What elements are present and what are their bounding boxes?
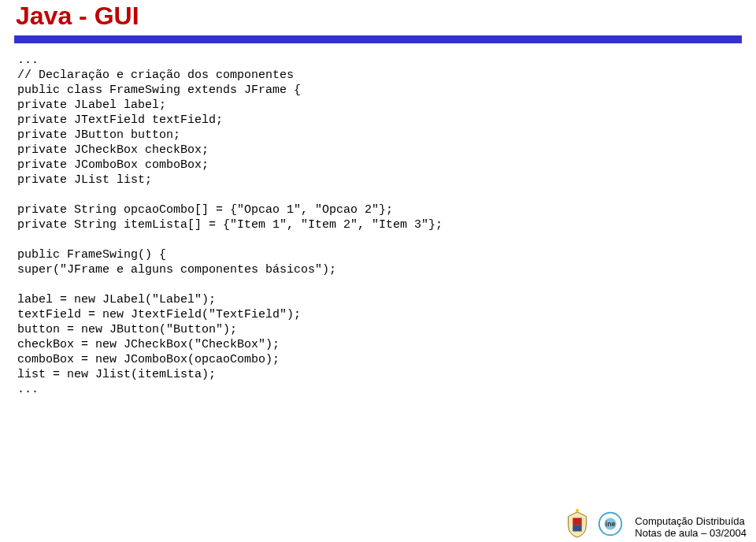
code-line: list = new Jlist(itemLista);	[17, 368, 216, 381]
header-bar	[14, 35, 742, 43]
footer: ine Computação Distribuída Notas de aula…	[562, 509, 747, 539]
code-line: private JButton button;	[17, 128, 180, 142]
code-line: private JComboBox comboBox;	[17, 158, 209, 172]
code-line: private String itemLista[] = {"Item 1", …	[17, 218, 443, 232]
page-title: Java - GUI	[16, 0, 740, 31]
code-line: ...	[17, 383, 39, 396]
code-line: // Declaração e criação dos componentes	[17, 69, 294, 82]
code-line: public class FrameSwing extends JFrame {	[17, 84, 301, 97]
code-line: private JTextField textField;	[17, 113, 223, 127]
code-line: button = new JButton("Button");	[17, 323, 237, 336]
code-line: textField = new JtextField("TextField");	[17, 308, 301, 321]
footer-logos: ine	[562, 509, 628, 539]
code-line: label = new JLabel("Label");	[17, 293, 216, 306]
svg-text:ine: ine	[606, 520, 616, 528]
code-line: checkBox = new JCheckBox("CheckBox");	[17, 338, 280, 351]
footer-line2: Notas de aula – 03/2004	[635, 527, 747, 539]
code-line: private JLabel label;	[17, 98, 166, 112]
svg-point-2	[576, 509, 579, 512]
svg-rect-1	[573, 525, 582, 532]
code-block: ... // Declaração e criação dos componen…	[0, 43, 756, 397]
code-line: ...	[17, 54, 39, 67]
code-line: public FrameSwing() {	[17, 248, 166, 262]
footer-line1: Computação Distribuída	[635, 515, 747, 527]
ine-logo-icon: ine	[595, 509, 625, 539]
code-line: private JList list;	[17, 173, 152, 187]
code-line: super("JFrame e alguns componentes básic…	[17, 263, 336, 277]
footer-text: Computação Distribuída Notas de aula – 0…	[635, 515, 747, 539]
code-line: private JCheckBox checkBox;	[17, 143, 209, 157]
code-line: private String opcaoCombo[] = {"Opcao 1"…	[17, 203, 393, 217]
code-line: comboBox = new JComboBox(opcaoCombo);	[17, 353, 280, 366]
coat-of-arms-icon	[562, 509, 592, 539]
svg-rect-0	[573, 518, 582, 525]
